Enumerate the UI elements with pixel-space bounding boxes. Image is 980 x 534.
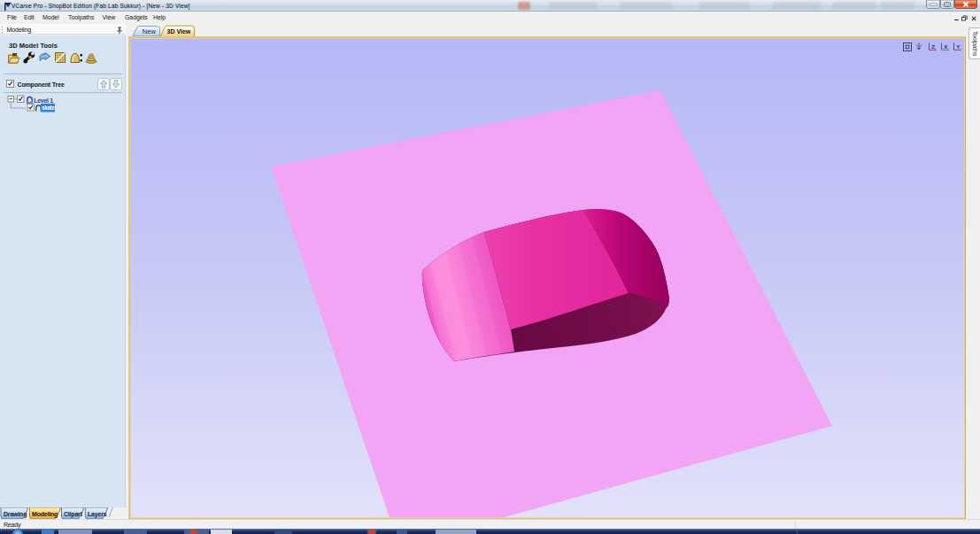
svg-text:skate: skate [42, 104, 55, 111]
svg-text:Component Tree: Component Tree [18, 81, 65, 89]
svg-text:Drawing: Drawing [4, 511, 27, 518]
svg-text:Modeling: Modeling [32, 511, 58, 518]
svg-text:New: New [143, 27, 157, 35]
svg-text:Layers: Layers [88, 511, 107, 518]
svg-text:Clipart: Clipart [64, 511, 83, 518]
svg-text:Level 1: Level 1 [34, 97, 53, 104]
svg-text:3D View: 3D View [167, 28, 191, 35]
svg-text:Z: Z [931, 43, 935, 50]
